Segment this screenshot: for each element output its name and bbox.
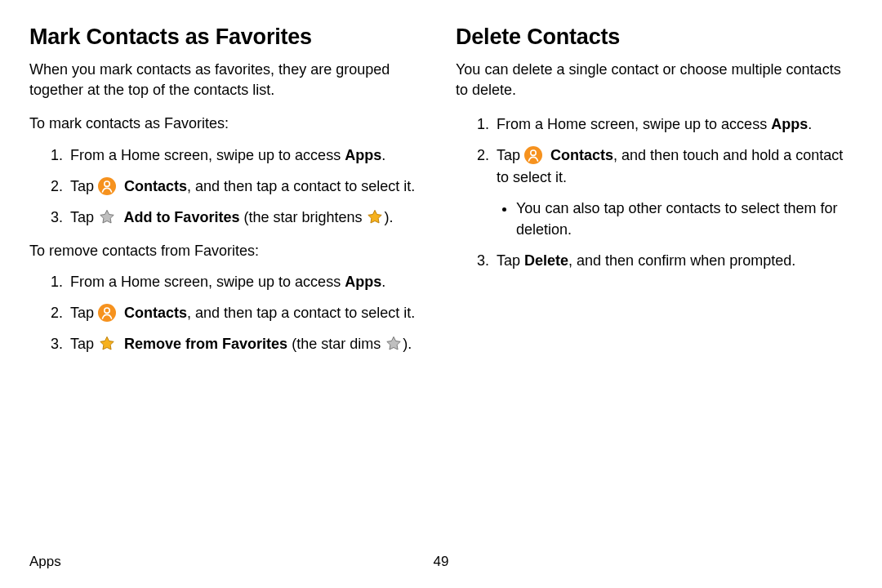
step-1: From a Home screen, swipe up to access A… xyxy=(67,271,426,292)
step-text-end: . xyxy=(381,147,385,163)
step-2: Tap Contacts, and then tap a contact to … xyxy=(67,176,426,197)
intro-text: When you mark contacts as favorites, the… xyxy=(29,60,426,100)
svg-point-0 xyxy=(105,181,109,186)
contacts-label: Contacts xyxy=(124,178,187,194)
lead-remove: To remove contacts from Favorites: xyxy=(29,241,426,261)
two-column-layout: Mark Contacts as Favorites When you mark… xyxy=(29,24,853,368)
step-text-post: , and then tap a contact to select it. xyxy=(187,305,415,321)
add-favorites-label: Add to Favorites xyxy=(123,209,239,225)
contacts-icon xyxy=(98,177,116,195)
contacts-icon xyxy=(524,146,542,164)
step-1: From a Home screen, swipe up to access A… xyxy=(67,145,426,166)
steps-mark-favorites: From a Home screen, swipe up to access A… xyxy=(29,145,426,228)
svg-point-1 xyxy=(105,308,109,313)
remove-favorites-bold: Remove from Favorites xyxy=(120,336,287,352)
step-text-end: ). xyxy=(384,209,393,225)
step-text-post: , and then confirm when prompted. xyxy=(568,252,795,269)
step-text: Tap xyxy=(497,147,524,163)
remove-favorites-label: Remove from Favorites xyxy=(124,336,287,352)
add-favorites-bold: Add to Favorites xyxy=(120,209,239,225)
contacts-bold: Contacts xyxy=(120,178,187,194)
footer-page-number: 49 xyxy=(434,554,449,570)
right-column: Delete Contacts You can delete a single … xyxy=(456,24,853,368)
heading-delete-contacts: Delete Contacts xyxy=(456,24,853,50)
contacts-bold: Contacts xyxy=(120,305,187,321)
heading-mark-favorites: Mark Contacts as Favorites xyxy=(29,24,426,50)
left-column: Mark Contacts as Favorites When you mark… xyxy=(29,24,426,368)
step-text: Tap xyxy=(70,209,98,225)
step-2: Tap Contacts, and then tap a contact to … xyxy=(67,302,426,323)
step-text-end: . xyxy=(381,274,385,290)
substep: You can also tap other contacts to selec… xyxy=(516,198,853,240)
page: Mark Contacts as Favorites When you mark… xyxy=(0,0,882,588)
step-3: Tap Add to Favorites (the star brightens… xyxy=(67,207,426,228)
step-3: Tap Delete, and then confirm when prompt… xyxy=(493,250,853,271)
intro-text: You can delete a single contact or choos… xyxy=(456,60,853,100)
step-text: Tap xyxy=(70,305,98,321)
contacts-bold: Contacts xyxy=(546,147,613,163)
step-2: Tap Contacts, and then touch and hold a … xyxy=(493,145,853,239)
apps-bold: Apps xyxy=(345,147,381,163)
star-filled-icon xyxy=(98,335,116,353)
contacts-label: Contacts xyxy=(124,305,187,321)
contacts-icon xyxy=(98,304,116,322)
step-text: Tap xyxy=(70,178,98,194)
step-text: Tap xyxy=(70,336,98,352)
step-3: Tap Remove from Favorites (the star dims… xyxy=(67,333,426,354)
svg-point-2 xyxy=(531,150,536,155)
steps-remove-favorites: From a Home screen, swipe up to access A… xyxy=(29,271,426,354)
star-outline-icon xyxy=(98,208,116,226)
step-text: From a Home screen, swipe up to access xyxy=(70,147,345,163)
steps-delete-contacts: From a Home screen, swipe up to access A… xyxy=(456,114,853,271)
step-text: From a Home screen, swipe up to access xyxy=(497,116,771,132)
step-text-mid: (the star dims xyxy=(287,336,385,352)
substeps: You can also tap other contacts to selec… xyxy=(500,198,853,240)
step-text-end: . xyxy=(808,116,812,132)
star-filled-icon xyxy=(366,208,384,226)
apps-bold: Apps xyxy=(345,274,381,290)
lead-mark: To mark contacts as Favorites: xyxy=(29,114,426,134)
page-footer: Apps 49 xyxy=(29,554,853,570)
step-1: From a Home screen, swipe up to access A… xyxy=(493,114,853,135)
star-outline-icon xyxy=(385,335,403,353)
step-text: From a Home screen, swipe up to access xyxy=(70,274,345,290)
apps-bold: Apps xyxy=(771,116,808,132)
step-text: Tap xyxy=(497,252,524,269)
step-text-post: , and then tap a contact to select it. xyxy=(187,178,415,194)
footer-section: Apps xyxy=(29,554,61,570)
step-text-mid: (the star brightens xyxy=(239,209,366,225)
delete-bold: Delete xyxy=(524,252,568,269)
contacts-label: Contacts xyxy=(550,147,613,163)
step-text-end: ). xyxy=(403,336,412,352)
